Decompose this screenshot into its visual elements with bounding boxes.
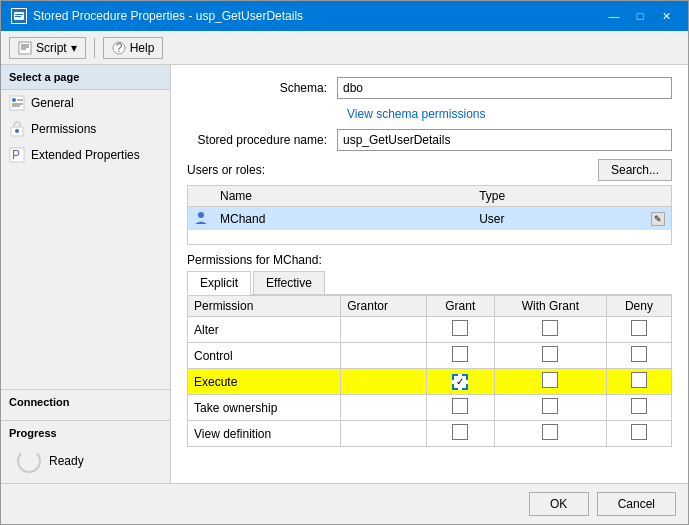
sidebar-header: Select a page <box>1 65 170 90</box>
grant-checkbox-alter[interactable] <box>452 320 468 336</box>
general-icon <box>9 95 25 111</box>
perm-withgrant-alter[interactable] <box>494 317 606 343</box>
tab-effective[interactable]: Effective <box>253 271 325 294</box>
perm-deny-control[interactable] <box>606 343 671 369</box>
script-button[interactable]: Script ▾ <box>9 37 86 59</box>
minimize-button[interactable]: — <box>602 7 626 25</box>
sidebar: Select a page General Permissions P Exte… <box>1 65 171 483</box>
help-button[interactable]: ? Help <box>103 37 164 59</box>
deny-checkbox-control[interactable] <box>631 346 647 362</box>
perm-deny-view-definition[interactable] <box>606 421 671 447</box>
svg-text:P: P <box>12 148 20 162</box>
content-area: Select a page General Permissions P Exte… <box>1 65 688 483</box>
cancel-button[interactable]: Cancel <box>597 492 676 516</box>
perm-grant-execute[interactable]: ✓ <box>426 369 494 395</box>
progress-status: Ready <box>49 454 84 468</box>
withgrant-checkbox-alter[interactable] <box>542 320 558 336</box>
svg-rect-2 <box>15 14 23 15</box>
deny-checkbox-take-ownership[interactable] <box>631 398 647 414</box>
edit-icon[interactable]: ✎ <box>651 212 665 226</box>
footer: OK Cancel <box>1 483 688 524</box>
sidebar-item-permissions[interactable]: Permissions <box>1 116 170 142</box>
perm-withgrant-control[interactable] <box>494 343 606 369</box>
perm-row-control: Control <box>188 343 672 369</box>
search-button[interactable]: Search... <box>598 159 672 181</box>
perm-name-control: Control <box>188 343 341 369</box>
perm-name-view-definition: View definition <box>188 421 341 447</box>
script-icon <box>18 41 32 55</box>
withgrant-checkbox-view-definition[interactable] <box>542 424 558 440</box>
perm-grant-view-definition[interactable] <box>426 421 494 447</box>
perm-deny-alter[interactable] <box>606 317 671 343</box>
perm-grantor-take-ownership <box>341 395 426 421</box>
perm-grantor-alter <box>341 317 426 343</box>
grant-checkbox-take-ownership[interactable] <box>452 398 468 414</box>
perm-withgrant-take-ownership[interactable] <box>494 395 606 421</box>
user-icon-cell <box>188 207 214 231</box>
grant-checkbox-view-definition[interactable] <box>452 424 468 440</box>
withgrant-checkbox-control[interactable] <box>542 346 558 362</box>
dialog-title: Stored Procedure Properties - usp_GetUse… <box>33 9 303 23</box>
deny-checkbox-view-definition[interactable] <box>631 424 647 440</box>
sidebar-item-permissions-label: Permissions <box>31 122 96 136</box>
perm-deny-take-ownership[interactable] <box>606 395 671 421</box>
perm-col-withgrant: With Grant <box>494 296 606 317</box>
perm-grantor-view-definition <box>341 421 426 447</box>
perm-name-alter: Alter <box>188 317 341 343</box>
view-schema-link[interactable]: View schema permissions <box>347 107 672 121</box>
perm-row-alter: Alter <box>188 317 672 343</box>
grant-checkbox-control[interactable] <box>452 346 468 362</box>
users-col-type: Type <box>473 186 645 207</box>
schema-input[interactable] <box>337 77 672 99</box>
user-type: User <box>473 207 645 231</box>
extended-properties-icon: P <box>9 147 25 163</box>
permissions-icon <box>9 121 25 137</box>
sidebar-item-extended-properties[interactable]: P Extended Properties <box>1 142 170 168</box>
perm-grant-control[interactable] <box>426 343 494 369</box>
users-col-name: Name <box>214 186 473 207</box>
sidebar-item-general-label: General <box>31 96 74 110</box>
stored-proc-input[interactable] <box>337 129 672 151</box>
connection-label: Connection <box>9 396 162 408</box>
svg-text:?: ? <box>115 41 122 55</box>
perm-withgrant-view-definition[interactable] <box>494 421 606 447</box>
users-table-row[interactable]: MChand User ✎ <box>188 207 671 231</box>
main-panel: Schema: View schema permissions Stored p… <box>171 65 688 483</box>
grant-checkbox-execute[interactable]: ✓ <box>452 374 468 390</box>
toolbar-separator <box>94 38 95 58</box>
deny-checkbox-execute[interactable] <box>631 372 647 388</box>
users-roles-label: Users or roles: <box>187 163 265 177</box>
perm-name-execute: Execute <box>188 369 341 395</box>
user-name: MChand <box>214 207 473 231</box>
perm-name-take-ownership: Take ownership <box>188 395 341 421</box>
users-table: Name Type <box>188 186 671 230</box>
tab-explicit[interactable]: Explicit <box>187 271 251 295</box>
schema-label: Schema: <box>187 81 337 95</box>
perm-withgrant-execute[interactable] <box>494 369 606 395</box>
progress-label: Progress <box>9 427 162 439</box>
perm-grant-take-ownership[interactable] <box>426 395 494 421</box>
perm-deny-execute[interactable] <box>606 369 671 395</box>
sidebar-item-extended-properties-label: Extended Properties <box>31 148 140 162</box>
ok-button[interactable]: OK <box>529 492 589 516</box>
users-col-action <box>645 186 671 207</box>
toolbar: Script ▾ ? Help <box>1 31 688 65</box>
withgrant-checkbox-execute[interactable] <box>542 372 558 388</box>
perm-row-execute: Execute ✓ <box>188 369 672 395</box>
svg-rect-3 <box>15 16 21 17</box>
deny-checkbox-alter[interactable] <box>631 320 647 336</box>
schema-row: Schema: <box>187 77 672 99</box>
close-button[interactable]: ✕ <box>654 7 678 25</box>
user-edit-cell: ✎ <box>645 207 671 231</box>
progress-section: Progress Ready <box>1 420 170 483</box>
users-table-container: Name Type <box>187 185 672 245</box>
title-icon <box>11 8 27 24</box>
withgrant-checkbox-take-ownership[interactable] <box>542 398 558 414</box>
perm-grantor-execute <box>341 369 426 395</box>
sidebar-item-general[interactable]: General <box>1 90 170 116</box>
svg-rect-4 <box>19 42 31 54</box>
permissions-table: Permission Grantor Grant With Grant Deny… <box>187 295 672 447</box>
users-header: Users or roles: Search... <box>187 159 672 181</box>
perm-grant-alter[interactable] <box>426 317 494 343</box>
maximize-button[interactable]: □ <box>628 7 652 25</box>
